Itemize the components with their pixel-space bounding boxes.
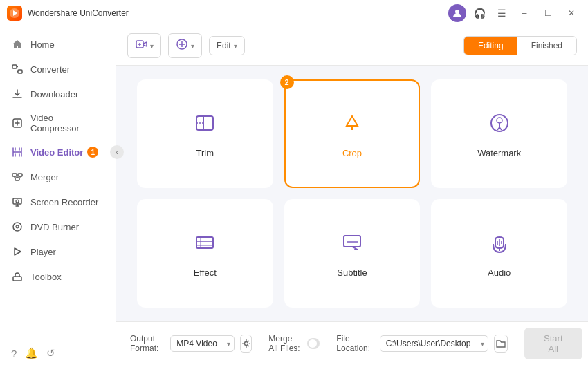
sidebar-item-home[interactable]: Home [0,32,116,57]
merge-all-toggle[interactable] [307,338,320,349]
card-watermark[interactable]: Watermark [431,79,567,188]
help-icon[interactable]: ? [11,348,17,359]
sidebar-label-downloader: Downloader [30,89,78,100]
watermark-icon [486,109,513,142]
card-trim[interactable]: Trim [137,79,273,188]
sidebar-item-dvd-burner[interactable]: DVD Burner [0,214,116,239]
svg-rect-3 [12,65,17,68]
dvd-burner-icon [11,221,24,233]
svg-point-11 [13,223,21,231]
sidebar-item-downloader[interactable]: Downloader [0,82,116,106]
crop-icon [338,109,366,142]
subtitle-icon [338,229,366,262]
subtitle-label: Subtitle [337,268,367,278]
svg-point-28 [497,118,502,123]
bottom-bar: Output Format: MP4 Video Merge All Files… [116,321,588,365]
svg-rect-14 [13,277,21,281]
crop-label: Crop [342,148,362,158]
close-button[interactable]: ✕ [562,6,581,21]
add-clip-dropdown-arrow: ▾ [191,42,194,50]
sidebar-item-video-editor[interactable]: Video Editor 1 ‹ [0,140,116,165]
svg-marker-25 [347,116,358,126]
add-clip-button[interactable]: ▾ [168,33,202,58]
hamburger-icon[interactable]: ☰ [493,4,511,22]
merge-all-field: Merge All Files: [268,334,320,353]
downloader-icon [11,88,24,100]
screen-recorder-icon [11,196,24,208]
svg-rect-9 [13,198,21,204]
maximize-button[interactable]: ☐ [538,6,558,21]
start-all-button[interactable]: Start All [524,328,582,359]
home-icon [11,38,24,50]
svg-marker-13 [15,248,21,255]
sidebar-item-merger[interactable]: Merger [0,165,116,189]
sidebar-label-toolbox: Toolbox [30,272,62,282]
output-format-select-wrap: MP4 Video [170,335,235,352]
add-video-dropdown-arrow: ▾ [150,42,154,50]
output-format-select[interactable]: MP4 Video [170,335,235,352]
edit-dropdown[interactable]: Edit ▾ [209,36,245,55]
sidebar-label-converter: Converter [30,64,70,75]
edit-dropdown-label: Edit [217,41,231,50]
sidebar-item-player[interactable]: Player [0,239,116,264]
file-location-label: File Location: [336,334,374,353]
audio-label: Audio [488,268,511,278]
svg-rect-22 [196,116,213,130]
card-subtitle[interactable]: Subtitle [284,199,421,308]
tab-editing[interactable]: Editing [464,37,517,55]
main-layout: Home Converter Downloader Video Compress… [0,26,588,365]
trim-label: Trim [196,148,214,158]
file-location-field: File Location: C:\Users\User\Desktop [336,334,508,353]
file-location-folder-icon[interactable] [494,335,508,353]
svg-point-12 [16,225,19,228]
title-bar: Wondershare UniConverter 🎧 ☰ – ☐ ✕ [0,0,588,26]
tab-group: Editing Finished [463,36,577,55]
add-video-button[interactable]: ▾ [127,33,161,58]
audio-icon [486,229,513,262]
svg-rect-7 [18,174,22,176]
svg-point-42 [244,342,248,346]
card-effect[interactable]: Effect [137,199,273,308]
svg-rect-4 [18,70,22,73]
sidebar-collapse-button[interactable]: ‹ [110,145,124,159]
add-video-icon [135,38,147,53]
avatar-icon[interactable] [448,4,466,22]
sidebar-label-merger: Merger [30,172,59,182]
minimize-button[interactable]: – [515,6,534,21]
effect-icon [191,229,219,262]
card-crop[interactable]: 2 Crop [284,79,421,188]
sync-icon[interactable]: ↺ [46,347,55,359]
svg-rect-36 [344,236,360,247]
sidebar-label-screen-recorder: Screen Recorder [30,197,98,207]
tab-finished[interactable]: Finished [517,37,576,55]
sidebar-item-video-compressor[interactable]: Video Compressor [0,106,116,140]
svg-point-10 [16,200,19,203]
compressor-icon [11,117,24,129]
merge-all-label: Merge All Files: [268,334,301,353]
output-format-field: Output Format: MP4 Video [130,334,252,353]
toolbar: ▾ ▾ Edit ▾ Editing [116,26,588,66]
card-audio[interactable]: Audio [431,199,567,308]
watermark-label: Watermark [477,148,521,158]
crop-badge: 2 [280,75,294,89]
sidebar-label-player: Player [30,247,56,257]
bell-icon[interactable]: 🔔 [25,347,38,359]
svg-rect-6 [12,174,17,176]
file-location-select-wrap: C:\Users\User\Desktop [380,335,488,352]
output-format-settings-icon[interactable] [240,335,252,353]
player-icon [11,245,24,258]
video-editor-badge: 1 [87,147,98,158]
video-editor-icon [11,146,24,158]
sidebar-label-video-editor: Video Editor [30,147,83,158]
file-location-select[interactable]: C:\Users\User\Desktop [380,335,488,352]
svg-rect-32 [196,237,213,248]
edit-dropdown-arrow: ▾ [234,42,237,50]
app-logo [7,6,22,21]
sidebar: Home Converter Downloader Video Compress… [0,26,116,365]
sidebar-item-converter[interactable]: Converter [0,57,116,82]
headset-icon[interactable]: 🎧 [470,4,488,22]
output-format-label: Output Format: [130,334,165,353]
sidebar-item-toolbox[interactable]: Toolbox [0,264,116,289]
add-clip-icon [176,38,188,53]
sidebar-item-screen-recorder[interactable]: Screen Recorder [0,189,116,214]
